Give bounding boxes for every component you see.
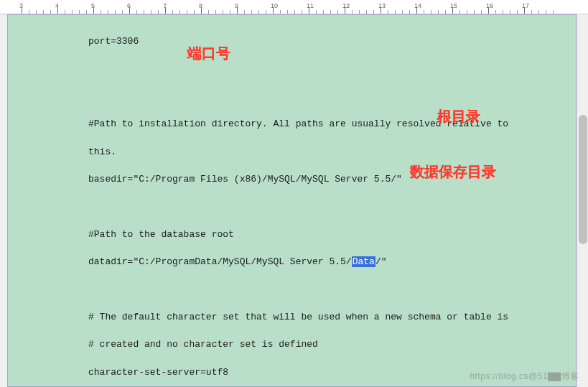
ruler-tick: 13	[378, 2, 386, 9]
config-text[interactable]: port=3306 #Path to installation director…	[8, 21, 576, 387]
line-datadir: datadir="C:/ProgramData/MySQL/MySQL Serv…	[88, 255, 561, 269]
horizontal-ruler: 34567891011121314151617	[0, 0, 588, 14]
ruler-tick: 9	[235, 2, 238, 9]
blank-line	[88, 200, 561, 214]
blank-line	[88, 283, 561, 297]
line-comment-charset2: # created and no character set is define…	[88, 337, 561, 351]
ruler-tick: 17	[522, 2, 529, 9]
line-comment-dbroot: #Path to the database root	[88, 228, 561, 241]
ruler-tick: 6	[127, 2, 131, 9]
ruler-tick: 12	[342, 2, 350, 9]
ruler-tick: 7	[163, 2, 167, 9]
ruler-tick: 4	[55, 2, 59, 9]
ruler-tick: 8	[199, 2, 202, 9]
ruler-tick: 16	[486, 2, 493, 9]
vertical-scrollbar[interactable]	[577, 14, 588, 387]
ruler-tick: 14	[414, 2, 421, 9]
document-page[interactable]: port=3306 #Path to installation director…	[7, 14, 577, 387]
ruler-tick: 10	[271, 2, 278, 9]
blank-line	[88, 90, 561, 103]
watermark: https://blog.cs@51▇▇博客	[470, 370, 579, 383]
ruler-tick: 3	[19, 2, 23, 9]
ruler-tick: 11	[307, 2, 314, 9]
line-comment-path: #Path to installation directory. All pat…	[88, 117, 561, 131]
ruler-tick: 15	[450, 2, 457, 9]
scroll-thumb[interactable]	[579, 115, 587, 244]
line-basedir: basedir="C:/Program Files (x86)/MySQL/My…	[88, 172, 561, 186]
selected-text[interactable]: Data	[352, 256, 375, 267]
line-port: port=3306	[88, 34, 561, 48]
line-comment-charset1: # The default character set that will be…	[88, 310, 561, 324]
line-comment-this: this.	[88, 145, 561, 159]
ruler-tick: 5	[91, 2, 95, 9]
blank-line	[88, 62, 561, 76]
